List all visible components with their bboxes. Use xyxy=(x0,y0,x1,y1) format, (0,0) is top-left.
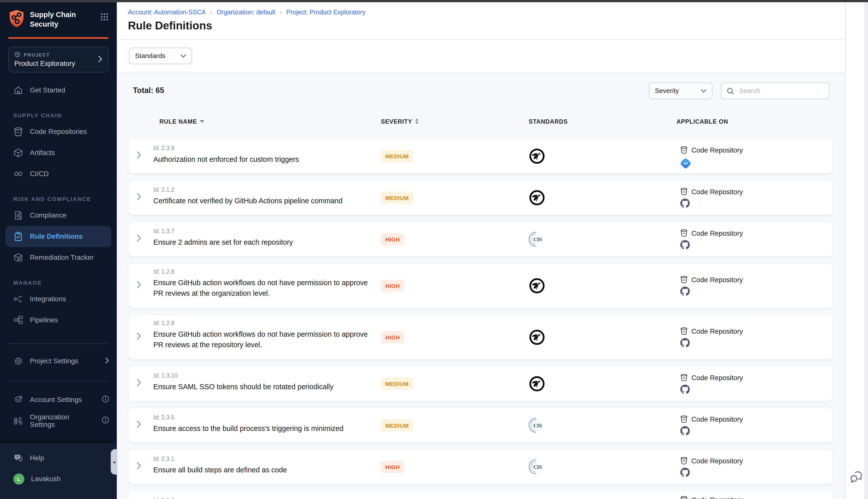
github-provider-icon xyxy=(680,240,690,249)
gear-icon xyxy=(13,356,23,366)
code-repository-bucket-icon: </> xyxy=(13,127,23,137)
table-row[interactable]: Id: 2.3.9 Authorization not enforced for… xyxy=(128,139,833,173)
sidebar-item-label: Integrations xyxy=(30,295,66,303)
severity-badge: MEDIUM xyxy=(381,419,413,431)
breadcrumb-organization-link[interactable]: Organization: default xyxy=(216,9,275,15)
table-row[interactable]: Id: 1.2.9 Ensure GitHub action workflows… xyxy=(128,315,833,359)
expand-chevron-icon[interactable] xyxy=(137,281,141,291)
owasp-standard-icon xyxy=(529,277,545,294)
code-repository-bucket-icon: </> xyxy=(680,187,688,196)
severity-badge: MEDIUM xyxy=(381,378,413,390)
sidebar-bottom-panel: ? Help L Lavakush xyxy=(0,443,117,499)
sidebar-item-label: CI/CD xyxy=(30,170,49,178)
sidebar-item-artifacts[interactable]: Artifacts xyxy=(0,142,117,163)
org-chart-gear-icon xyxy=(13,416,23,426)
table-row[interactable]: Id: 1.1.9 HIGH CIS </> Code Repository xyxy=(128,491,833,499)
chevron-down-icon xyxy=(701,89,706,93)
layers-gear-icon xyxy=(13,395,23,405)
filter-row: Standards xyxy=(117,40,845,72)
sidebar-item-pipelines[interactable]: Pipelines xyxy=(0,309,117,331)
code-repository-bucket-icon: </> xyxy=(680,374,688,382)
sidebar-item-get-started[interactable]: Get Started xyxy=(0,80,117,101)
code-repository-bucket-icon: </> xyxy=(680,457,688,465)
table-row[interactable]: Id: 1.3.7 Ensure 2 admins are set for ea… xyxy=(128,222,833,257)
section-title-supply-chain: SUPPLY CHAIN xyxy=(0,110,117,121)
project-cube-icon xyxy=(14,51,20,58)
total-count: Total: 65 xyxy=(133,86,164,95)
table-row[interactable]: Id: 2.3.5 Ensure access to the build pro… xyxy=(128,408,833,442)
info-icon[interactable] xyxy=(102,416,109,425)
applicable-on-cell: </> Code Repository xyxy=(680,327,743,348)
applicable-on-label: Code Repository xyxy=(692,496,743,499)
expand-chevron-icon[interactable] xyxy=(137,193,141,203)
expand-chevron-icon[interactable] xyxy=(137,332,141,342)
table-row[interactable]: Id: 2.1.2 Certificate not verified by Gi… xyxy=(128,181,833,215)
table-row[interactable]: Id: 2.3.1 Ensure all build steps are def… xyxy=(128,450,833,484)
sidebar-collapse-handle[interactable]: ◂ xyxy=(111,449,117,475)
expand-chevron-icon[interactable] xyxy=(137,379,141,389)
sidebar-item-cicd[interactable]: CI/CD xyxy=(0,163,117,184)
svg-text:</>: </> xyxy=(682,330,686,333)
integrations-icon xyxy=(13,294,23,304)
rule-name: Ensure 2 admins are set for each reposit… xyxy=(153,238,370,248)
expand-chevron-icon[interactable] xyxy=(137,462,141,472)
svg-text:</>: </> xyxy=(682,377,686,379)
page-title: Rule Definitions xyxy=(117,15,845,32)
project-chevron-right-icon xyxy=(98,54,102,64)
severity-badge: HIGH xyxy=(381,280,404,292)
sidebar-item-label: Pipelines xyxy=(30,316,58,324)
sidebar-item-label: Project Settings xyxy=(30,357,78,365)
table-row[interactable]: Id: 1.2.8 Ensure GitHub action workflows… xyxy=(128,264,833,308)
svg-text:CIS: CIS xyxy=(533,464,542,470)
standards-cell xyxy=(529,375,545,392)
code-repository-bucket-icon: </> xyxy=(680,146,688,154)
sidebar-item-label: Artifacts xyxy=(30,149,55,157)
sidebar-item-organization-settings[interactable]: Organization Settings xyxy=(0,410,117,431)
chat-support-icon[interactable] xyxy=(850,471,863,485)
sidebar-item-account-settings[interactable]: Account Settings xyxy=(0,389,117,410)
infinity-icon xyxy=(13,169,23,179)
expand-chevron-icon[interactable] xyxy=(137,151,141,161)
rule-name: Ensure GitHub action workflows do not ha… xyxy=(153,278,370,299)
app-shield-logo-icon xyxy=(8,9,25,30)
chevron-down-icon xyxy=(181,54,186,58)
breadcrumb-account-link[interactable]: Account: Automation-SSCA xyxy=(128,9,206,15)
sidebar-item-remediation-tracker[interactable]: Remediation Tracker xyxy=(0,247,117,268)
applicable-on-cell: </> Code Repository xyxy=(680,229,743,250)
sidebar-item-project-settings[interactable]: Project Settings xyxy=(0,351,117,372)
severity-badge: MEDIUM xyxy=(381,150,413,162)
breadcrumb-project-link[interactable]: Project: Product Exploratory xyxy=(286,9,366,15)
search-input[interactable] xyxy=(738,86,823,95)
sidebar-item-integrations[interactable]: Integrations xyxy=(0,289,117,309)
code-repository-bucket-icon: </> xyxy=(680,276,688,284)
severity-filter-dropdown[interactable]: Severity xyxy=(649,82,712,99)
sidebar-item-code-repositories[interactable]: </> Code Repositories xyxy=(0,121,117,143)
applicable-on-label: Code Repository xyxy=(692,374,743,382)
scrollbar-track[interactable] xyxy=(864,2,868,499)
info-icon[interactable] xyxy=(102,395,109,404)
column-header-rule-name[interactable]: RULE NAME xyxy=(160,118,204,124)
sidebar-item-compliance[interactable]: Compliance xyxy=(0,205,117,226)
app-switcher-grid-icon[interactable] xyxy=(100,13,109,23)
expand-chevron-icon[interactable] xyxy=(137,421,141,430)
sidebar-item-help[interactable]: ? Help xyxy=(0,448,117,468)
standards-cell: CIS xyxy=(529,459,545,475)
cis-standard-icon: CIS xyxy=(529,231,545,247)
table-row[interactable]: Id: 1.3.10 Ensure SAML SSO tokens should… xyxy=(128,367,833,401)
home-icon xyxy=(13,85,23,95)
applicable-on-label: Code Repository xyxy=(692,188,743,195)
avatar: L xyxy=(13,474,24,485)
column-header-standards: STANDARDS xyxy=(529,118,568,124)
column-header-severity[interactable]: SEVERITY xyxy=(381,118,418,124)
github-provider-icon xyxy=(680,385,690,394)
sidebar-item-rule-definitions[interactable]: Rule Definitions xyxy=(5,226,111,247)
owasp-standard-icon xyxy=(529,329,545,345)
svg-text:</>: </> xyxy=(682,460,686,462)
expand-chevron-icon[interactable] xyxy=(137,234,141,244)
standards-filter-dropdown[interactable]: Standards xyxy=(129,48,192,64)
standards-filter-label: Standards xyxy=(135,52,165,60)
owasp-standard-icon xyxy=(529,375,545,392)
sort-desc-icon xyxy=(200,120,204,123)
project-selector[interactable]: PROJECT Product Exploratory xyxy=(8,47,109,73)
sidebar-user[interactable]: L Lavakush xyxy=(0,468,117,490)
